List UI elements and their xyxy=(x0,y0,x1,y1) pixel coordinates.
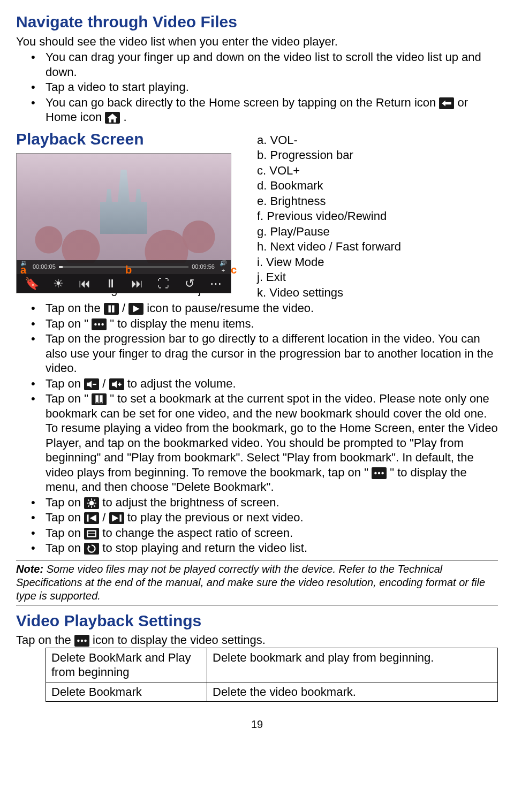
text: to change the aspect ratio of screen. xyxy=(102,526,293,540)
cell-right: Delete bookmark and play from beginning. xyxy=(207,648,498,682)
svg-point-17 xyxy=(374,472,376,474)
table-row: Delete BookMark and Play from beginning … xyxy=(46,648,498,682)
section-title-navigate: Navigate through Video Files xyxy=(16,12,498,32)
svg-rect-29 xyxy=(87,515,88,522)
instr-brightness: Tap on to adjust the brightness of scree… xyxy=(16,495,498,510)
svg-marker-31 xyxy=(112,515,118,522)
text: Tap on xyxy=(46,496,84,509)
more-icon xyxy=(372,467,387,479)
more-icon xyxy=(74,635,89,647)
legend-e: e. Brightness xyxy=(257,194,498,209)
svg-point-20 xyxy=(89,500,94,505)
svg-marker-1 xyxy=(107,113,118,123)
text: to adjust the brightness of screen. xyxy=(102,496,279,509)
prev-track-icon xyxy=(84,512,99,524)
svg-line-26 xyxy=(94,505,95,506)
text: Tap on xyxy=(46,526,84,540)
cell-left: Delete Bookmark xyxy=(46,682,207,702)
control-row: 🔖 ☀ ⏮ ⏸ ⏭ ⛶ ↺ ⋯ xyxy=(17,274,231,293)
legend-f: f. Previous video/Rewind xyxy=(257,209,498,224)
table-row: Delete Bookmark Delete the video bookmar… xyxy=(46,682,498,702)
text: to play the previous or next video. xyxy=(127,511,304,524)
legend-k: k. Video settings xyxy=(257,285,498,300)
legend-a: a. VOL- xyxy=(257,133,498,148)
svg-line-27 xyxy=(88,505,89,506)
text: / xyxy=(102,377,109,390)
svg-rect-2 xyxy=(108,306,110,313)
bookmark-icon xyxy=(92,393,107,405)
text: icon to pause/resume the video. xyxy=(147,301,314,315)
instr-prevnext: Tap on / to play the previous or next vi… xyxy=(16,510,498,525)
next-icon[interactable]: ⏭ xyxy=(130,276,145,291)
vol-down-icon xyxy=(84,378,99,390)
return-icon xyxy=(439,97,454,109)
svg-marker-35 xyxy=(88,545,90,549)
instr-pause: Tap on the / icon to pause/resume the vi… xyxy=(16,301,498,316)
bookmark-icon[interactable]: 🔖 xyxy=(25,276,40,291)
bullet-scroll: You can drag your finger up and down on … xyxy=(16,50,498,79)
instr-volume: Tap on / to adjust the volume. xyxy=(16,376,498,391)
svg-marker-4 xyxy=(133,306,140,313)
svg-marker-8 xyxy=(87,381,92,388)
svg-marker-30 xyxy=(90,515,96,522)
aspect-ratio-icon xyxy=(84,528,99,540)
text: / xyxy=(122,301,128,315)
intro-text: You should see the video list when you e… xyxy=(16,34,498,49)
svg-rect-32 xyxy=(119,515,121,522)
text: to adjust the volume. xyxy=(127,377,236,390)
more-icon xyxy=(92,318,107,330)
settings-icon[interactable]: ⋯ xyxy=(208,276,223,291)
brightness-icon xyxy=(84,497,99,509)
legend-d: d. Bookmark xyxy=(257,178,498,193)
svg-point-19 xyxy=(381,472,383,474)
bullet-tap-play: Tap a video to start playing. xyxy=(16,80,498,95)
pause-icon[interactable]: ⏸ xyxy=(103,276,118,291)
svg-rect-3 xyxy=(112,306,114,313)
instr-stop: Tap on to stop playing and return the vi… xyxy=(16,541,498,556)
text: Tap on xyxy=(46,511,84,524)
legend-j: j. Exit xyxy=(257,270,498,285)
text: Tap on xyxy=(46,377,84,390)
section-title-settings: Video Playback Settings xyxy=(16,611,498,631)
section-title-playback: Playback Screen xyxy=(16,129,241,149)
settings-intro: Tap on the icon to display the video set… xyxy=(16,633,498,648)
legend-g: g. Play/Pause xyxy=(257,224,498,239)
text: . xyxy=(123,110,126,124)
text: Tap on xyxy=(46,541,84,555)
brightness-icon[interactable]: ☀ xyxy=(51,276,66,291)
svg-point-5 xyxy=(94,323,96,325)
instr-menu: Tap on " " to display the menu items. xyxy=(16,316,498,331)
svg-marker-0 xyxy=(442,100,452,106)
prev-icon[interactable]: ⏮ xyxy=(77,276,92,291)
svg-line-28 xyxy=(94,499,95,500)
text: Tap on " xyxy=(46,392,88,405)
svg-line-25 xyxy=(88,499,89,500)
aspect-icon[interactable]: ⛶ xyxy=(156,276,171,291)
svg-marker-10 xyxy=(112,381,117,388)
text: Tap on the xyxy=(16,633,74,647)
label-c: c xyxy=(231,263,237,277)
text: icon to display the video settings. xyxy=(93,633,266,647)
cell-right: Delete the video bookmark. xyxy=(207,682,498,702)
legend-i: i. View Mode xyxy=(257,255,498,270)
play-icon xyxy=(128,303,143,315)
text: You can go back directly to the Home scr… xyxy=(46,96,439,109)
label-b: b xyxy=(125,263,132,277)
vol-up-icon xyxy=(109,378,124,390)
svg-point-36 xyxy=(77,640,79,642)
legend-b: b. Progression bar xyxy=(257,148,498,163)
cell-left: Delete BookMark and Play from beginning xyxy=(46,648,207,682)
svg-point-7 xyxy=(102,323,104,325)
svg-point-37 xyxy=(81,640,83,642)
return-circle-icon xyxy=(84,543,99,555)
home-icon xyxy=(105,112,120,124)
svg-rect-12 xyxy=(119,382,120,386)
settings-table: Delete BookMark and Play from beginning … xyxy=(46,648,498,702)
legend-h: h. Next video / Fast forward xyxy=(257,239,498,254)
instr-progression: Tap on the progression bar to go directl… xyxy=(16,331,498,376)
svg-rect-9 xyxy=(93,384,96,385)
exit-icon[interactable]: ↺ xyxy=(182,276,197,291)
text: to stop playing and return the video lis… xyxy=(102,541,307,555)
text: Tap on the xyxy=(46,301,104,315)
page-number: 19 xyxy=(16,718,498,731)
